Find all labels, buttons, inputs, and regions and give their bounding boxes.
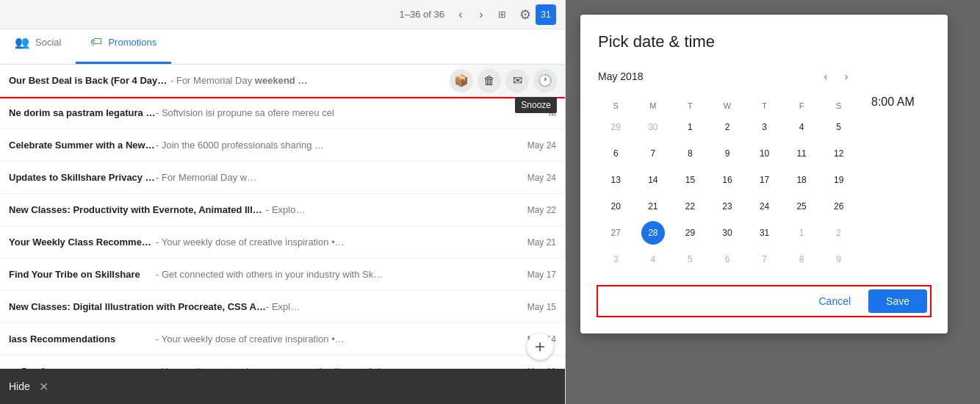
email-date: May 10 [516,367,556,369]
email-row[interactable]: Your Weekly Class Recommendations - Your… [0,226,565,259]
email-date: May 15 [516,302,556,312]
calendar-day[interactable]: 27 [604,221,627,245]
email-subject: - Your weekly dose of creative inspirati… [156,333,516,345]
calendar-day[interactable]: 7 [753,248,777,271]
email-row[interactable]: Our Best Deal is Back (For 4 Days Only!)… [0,65,565,97]
email-subject: - Explo… [266,204,516,215]
email-sender: New Classes: Productivity with Evernote,… [9,204,266,215]
prev-page-button[interactable]: ‹ [450,4,471,25]
calendar-day-today[interactable]: 28 [641,221,665,245]
tab-social-label: Social [35,37,61,48]
email-row[interactable]: lass Recommendations - Your weekly dose … [0,323,565,356]
email-date: May 21 [516,237,556,248]
calendar-day[interactable]: 8 [790,248,813,271]
email-sender: Ne dorim sa pastram legatura cu tine [9,107,156,118]
calendar-day[interactable]: 14 [641,168,665,192]
plus-button[interactable]: + [527,333,553,360]
calendar-day[interactable]: 20 [604,195,627,218]
calendar-day[interactable]: 25 [790,195,813,218]
hide-close-button[interactable]: ✕ [39,380,48,394]
email-date: May 24 [516,173,556,183]
calendar-day[interactable]: 18 [790,168,813,192]
next-page-button[interactable]: › [471,4,491,25]
calendar-day[interactable]: 21 [641,195,665,218]
calendar-day[interactable]: 7 [641,142,665,165]
email-sender: Our Best Deal is Back (For 4 Days Only!) [9,75,170,86]
email-row[interactable]: Updates to Skillshare Privacy Policy and… [0,162,565,194]
calendar-day[interactable]: 19 [827,168,851,192]
calendar-day[interactable]: 12 [827,142,851,165]
email-row[interactable]: Find Your Tribe on Skillshare - Get conn… [0,259,565,291]
calendar-day[interactable]: 30 [641,115,665,139]
email-date: May 22 [516,205,556,215]
archive-button[interactable]: 📦 [450,69,473,93]
cancel-button[interactable]: Cancel [807,289,862,313]
email-row[interactable]: New Classes: Digital Illustration with P… [0,291,565,323]
email-sender: New Classes: Digital Illustration with P… [9,301,266,312]
calendar-day[interactable]: 4 [790,115,813,139]
calendar-day[interactable]: 29 [604,115,627,139]
calendar-day[interactable]: 3 [753,115,777,139]
email-list: Our Best Deal is Back (For 4 Days Only!)… [0,65,565,369]
calendar-day[interactable]: 6 [604,142,627,165]
calendar-day[interactable]: 31 [753,221,777,245]
email-sender: lass Recommendations [9,333,156,345]
calendar-day[interactable]: 26 [827,195,851,218]
day-header-sat: S [821,98,857,113]
calendar-day[interactable]: 1 [790,221,813,245]
email-date: May 24 [516,140,556,151]
email-row[interactable]: Celebrate Summer with a New Side Hustle … [0,129,565,162]
time-value: 8:00 AM [871,95,915,109]
calendar-day[interactable]: 5 [827,115,851,139]
calendar-day[interactable]: 16 [716,168,739,192]
settings-icon[interactable]: ⚙ [515,4,536,25]
calendar-day[interactable]: 1 [678,115,702,139]
tab-social[interactable]: 👥 Social [0,29,76,64]
calendar-day[interactable]: 15 [678,168,702,192]
mark-read-button[interactable]: ✉ [505,69,529,93]
tabs-bar: 👥 Social 🏷 Promotions [0,29,565,65]
calendar-day[interactable]: 10 [753,142,777,165]
grid-icon[interactable]: ⊞ [491,4,512,25]
day-header-thu: T [746,98,782,113]
snooze-button[interactable]: 🕐 Snooze [533,69,557,93]
email-sender: Your Weekly Class Recommendations [9,237,156,248]
inbox-toolbar: 1–36 of 36 ‹ › ⊞ ⚙ 31 [0,0,565,29]
calendar-day[interactable]: 5 [678,248,702,271]
calendar-day[interactable]: 23 [716,195,739,218]
email-subject: - Expl… [266,301,516,312]
email-subject: - You won't want to miss out on our spri… [156,366,516,369]
email-action-overlay: 📦 🗑 ✉ 🕐 Snooze [447,65,565,96]
hide-label: Hide [9,380,30,392]
tab-promotions[interactable]: 🏷 Promotions [76,29,171,64]
calendar-day[interactable]: 9 [827,248,851,271]
save-button[interactable]: Save [868,289,927,313]
calendar-day[interactable]: 9 [716,142,739,165]
calendar-day[interactable]: 13 [604,168,627,192]
calendar-day[interactable]: 8 [678,142,702,165]
calendar-icon[interactable]: 31 [536,4,556,25]
calendar-day[interactable]: 29 [678,221,702,245]
day-header-sun: S [598,98,634,113]
calendar-day[interactable]: 17 [753,168,777,192]
calendar-day[interactable]: 6 [716,248,739,271]
calendar-day[interactable]: 2 [827,221,851,245]
delete-button[interactable]: 🗑 [478,69,501,93]
calendar-day[interactable]: 30 [716,221,739,245]
email-row[interactable]: New Classes: Productivity with Evernote,… [0,194,565,226]
email-row[interactable]: Ne dorim sa pastram legatura cu tine - S… [0,97,565,129]
next-month-button[interactable]: › [836,66,857,87]
social-icon: 👥 [15,35,29,49]
calendar-day[interactable]: 11 [790,142,813,165]
calendar-day[interactable]: 22 [678,195,702,218]
calendar-day[interactable]: 24 [753,195,777,218]
email-row[interactable]: re Coming - You won't want to miss out o… [0,356,565,369]
month-nav: May 2018 ‹ › [598,66,857,87]
calendar-day[interactable]: 2 [716,115,739,139]
prev-month-button[interactable]: ‹ [815,66,836,87]
calendar-day[interactable]: 3 [604,248,627,271]
day-header-tue: T [672,98,708,113]
day-header-fri: F [784,98,820,113]
datepicker-actions: Cancel Save [598,286,930,316]
calendar-day[interactable]: 4 [641,248,665,271]
